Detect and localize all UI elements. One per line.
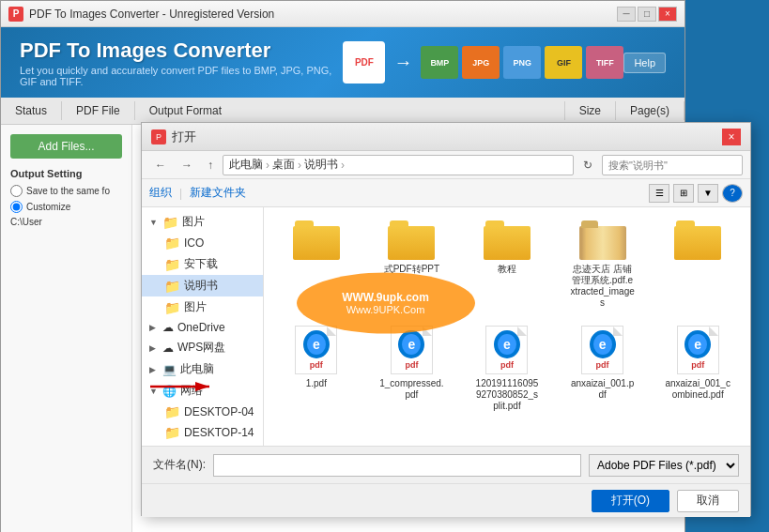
header-left: PDF To Images Converter Let you quickly … (20, 38, 343, 87)
toolbar-left: 组织 | 新建文件夹 (149, 185, 246, 201)
toolbar-row: 组织 | 新建文件夹 ☰ ⊞ ▼ ? (142, 179, 750, 207)
header-banner: PDF To Images Converter Let you quickly … (1, 27, 684, 98)
filename-label: 文件名(N): (153, 457, 206, 473)
pdf-icon-4: e pdf (581, 326, 623, 374)
file-item-pdf3[interactable]: e pdf 1201911160959270380852_split.pdf (464, 322, 550, 416)
app-title: PDF To Images Converter - Unregistered V… (29, 8, 274, 21)
tree-item-onedrive[interactable]: ▶ ☁ OneDrive (142, 318, 263, 337)
pdf-icon-2: e pdf (391, 326, 433, 374)
maximize-button[interactable]: □ (638, 7, 656, 22)
sidebar-panel: Add Files... Output Setting Save to the … (1, 125, 132, 532)
minimize-button[interactable]: ─ (617, 7, 636, 22)
tiff-icon: TIFF (586, 46, 623, 79)
jpg-icon: JPG (462, 46, 500, 79)
file-grid-container: 式PDF转PPT 教程 忠迹天店 店铺管理系统.pdf. (264, 207, 750, 446)
tree-item-desktop04[interactable]: 📁 DESKTOP-04 (142, 402, 263, 422)
png-icon: PNG (503, 46, 541, 79)
customize-path: C:\User (10, 217, 122, 227)
pdf-label-5: anxaizai_001_combined.pdf (665, 378, 731, 401)
th-size: Size (565, 101, 616, 120)
pdf-label-3: 1201911160959270380852_split.pdf (474, 378, 540, 412)
tree-item-computer[interactable]: ▶ 💻 此电脑 (142, 358, 263, 380)
pdf-icon: PDF (343, 41, 385, 84)
help-button[interactable]: Help (623, 53, 666, 73)
new-folder-button[interactable]: 新建文件夹 (190, 185, 246, 201)
tree-item-desktop7etc[interactable]: 📁 DESKTOP-7ETC (142, 443, 263, 446)
dialog-close-button[interactable]: × (722, 129, 741, 145)
radio-same-folder[interactable]: Save to the same fo (10, 185, 122, 197)
file-item-pdf5[interactable]: e pdf anxaizai_001_combined.pdf (654, 322, 741, 416)
folder-icon-3 (484, 220, 531, 260)
pdf-icon-5: e pdf (677, 326, 719, 374)
cancel-button[interactable]: 取消 (677, 490, 739, 512)
breadcrumb-pc: 此电脑 (229, 157, 263, 173)
nav-forward-button[interactable]: → (176, 156, 198, 175)
tree-item-wps[interactable]: ▶ ☁ WPS网盘 (142, 337, 263, 358)
pdf-label-4: anxaizai_001.pdf (570, 378, 636, 401)
dialog-icon: P (151, 129, 166, 144)
tree-item-desktop14[interactable]: 📁 DESKTOP-14 (142, 422, 263, 443)
dialog-title: 打开 (172, 129, 196, 145)
nav-refresh-button[interactable]: ↻ (577, 156, 598, 175)
title-bar-left: P PDF To Images Converter - Unregistered… (8, 7, 274, 22)
file-item-folder1[interactable] (273, 217, 360, 312)
app-icon: P (8, 7, 23, 22)
th-pdf-file: PDF File (62, 101, 135, 120)
folder-label-3: 教程 (498, 264, 516, 275)
view-options-button[interactable]: ▼ (698, 184, 718, 203)
dialog-sidebar: ▼ 📁 图片 📁 ICO 📁 安下载 📁 说明书 📁 图片 ▶ (142, 207, 264, 446)
th-status: Status (1, 101, 62, 120)
nav-bar: ← → ↑ 此电脑 › 桌面 › 说明书 › ↻ (142, 151, 750, 179)
arrow-icon: → (393, 52, 412, 73)
th-pages: Page(s) (616, 101, 684, 120)
tree-item-pictures[interactable]: ▼ 📁 图片 (142, 211, 263, 233)
pdf-icon-3: e pdf (485, 326, 528, 374)
file-item-pdf1[interactable]: e pdf 1.pdf (273, 322, 360, 416)
folder-label-4: 忠迹天店 店铺管理系统.pdf.extracted_images (570, 264, 636, 309)
window-controls: ─ □ × (617, 7, 677, 22)
tree-item-ico[interactable]: 📁 ICO (142, 233, 263, 253)
add-files-button[interactable]: Add Files... (10, 134, 122, 159)
breadcrumb-desktop: 桌面 (272, 157, 295, 173)
radio-customize[interactable]: Customize (10, 201, 122, 213)
tree-item-andown[interactable]: 📁 安下载 (142, 253, 263, 275)
close-button[interactable]: × (658, 7, 677, 22)
output-setting-label: Output Setting (10, 168, 122, 179)
view-list-button[interactable]: ☰ (649, 184, 669, 203)
filetype-select[interactable]: Adobe PDF Files (*.pdf) (589, 454, 739, 477)
tree-item-shuomingshu[interactable]: 📁 说明书 (142, 275, 263, 296)
filename-row: 文件名(N): Adobe PDF Files (*.pdf) (142, 446, 750, 483)
file-item-pdf2[interactable]: e pdf 1_compressed.pdf (369, 322, 455, 416)
view-grid-button[interactable]: ⊞ (673, 184, 694, 203)
breadcrumb-docs: 说明书 (304, 157, 338, 173)
help-dialog-button[interactable]: ? (722, 184, 743, 203)
filename-input[interactable] (213, 454, 581, 477)
open-button[interactable]: 打开(O) (592, 490, 669, 512)
tree-item-network[interactable]: ▼ 🌐 网络 (142, 380, 263, 402)
table-header: Status PDF File Output Format Size Page(… (1, 98, 684, 125)
file-grid: 式PDF转PPT 教程 忠迹天店 店铺管理系统.pdf. (264, 207, 750, 425)
folder-icon-4 (579, 220, 626, 260)
file-item-folder5[interactable] (654, 217, 741, 312)
file-item-pdf4[interactable]: e pdf anxaizai_001.pdf (560, 322, 646, 416)
th-output-format: Output Format (135, 101, 565, 120)
folder-icon-5 (674, 220, 721, 260)
file-item-folder3[interactable]: 教程 (464, 217, 550, 312)
file-item-folder2[interactable]: 式PDF转PPT (369, 217, 455, 312)
folder-icon-2 (388, 220, 435, 260)
organize-button[interactable]: 组织 (149, 185, 172, 201)
dialog-body: ▼ 📁 图片 📁 ICO 📁 安下载 📁 说明书 📁 图片 ▶ (142, 207, 750, 446)
app-heading: PDF To Images Converter (20, 38, 343, 63)
toolbar-right: ☰ ⊞ ▼ ? (649, 184, 743, 203)
folder-icon-1 (293, 220, 340, 260)
nav-up-button[interactable]: ↑ (202, 156, 219, 175)
nav-back-button[interactable]: ← (149, 156, 172, 175)
pdf-label-1: 1.pdf (306, 378, 327, 389)
tree-item-pics2[interactable]: 📁 图片 (142, 296, 263, 318)
bmp-icon: BMP (421, 46, 458, 79)
dialog-actions: 打开(O) 取消 (142, 483, 750, 517)
dialog-title-left: P 打开 (151, 129, 196, 145)
file-item-folder4[interactable]: 忠迹天店 店铺管理系统.pdf.extracted_images (560, 217, 646, 312)
app-subtitle: Let you quickly and accurately convert P… (20, 65, 343, 87)
search-input[interactable] (602, 155, 743, 175)
